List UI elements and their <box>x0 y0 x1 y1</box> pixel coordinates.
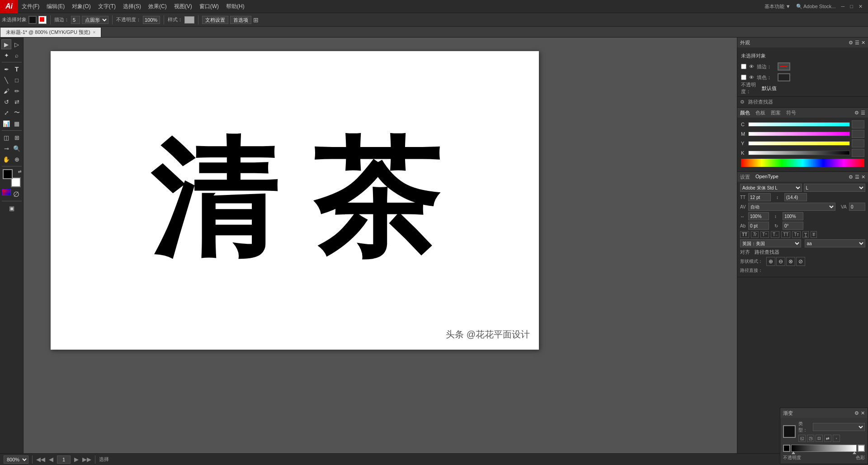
select-tool[interactable]: ▶ <box>1 39 11 49</box>
unite-btn[interactable]: ⊕ <box>766 257 775 266</box>
color-tab-color[interactable]: 颜色 <box>740 109 750 116</box>
menu-edit[interactable]: 编辑(E) <box>43 0 68 13</box>
c-input[interactable] <box>852 120 864 128</box>
pen-tool[interactable]: ✒ <box>1 64 11 74</box>
c-slider[interactable] <box>748 122 850 127</box>
swap-colors-btn[interactable]: ⇄ <box>18 169 22 174</box>
bar-chart-tool[interactable]: ▦ <box>12 119 22 128</box>
intersect-btn[interactable]: ⊗ <box>786 257 795 266</box>
tracking-input[interactable] <box>849 203 865 211</box>
grad-stop-right[interactable] <box>858 445 865 452</box>
zoom-select[interactable]: 800% <box>4 456 28 464</box>
grad-btn-3[interactable]: ⊡ <box>816 435 823 442</box>
m-slider[interactable] <box>748 132 850 136</box>
rotate-tool[interactable]: ↺ <box>1 97 11 107</box>
k-input[interactable] <box>852 149 864 157</box>
exclude-btn[interactable]: ⊘ <box>796 257 805 266</box>
char-menu-icon[interactable]: ☰ <box>855 174 859 180</box>
y-input[interactable] <box>852 139 864 147</box>
lasso-tool[interactable]: ⌕ <box>12 50 22 60</box>
grad-stop-left[interactable] <box>783 445 790 452</box>
opacity-input[interactable] <box>143 16 160 24</box>
grad-angle-btn[interactable]: ◦ <box>833 435 840 442</box>
gradient-type-select[interactable] <box>813 423 865 431</box>
fg-color-box[interactable] <box>3 169 13 179</box>
baseline-input[interactable] <box>748 222 769 230</box>
maximize-btn[interactable]: □ <box>848 3 855 10</box>
color-settings-icon[interactable]: ⚙ <box>854 110 859 116</box>
grad-btn-1[interactable]: ◱ <box>798 435 806 442</box>
strikethrough-btn[interactable]: T̶ <box>811 231 817 238</box>
settings-icon[interactable]: ⚙ <box>740 99 745 105</box>
aa-select[interactable]: aa <box>805 239 866 247</box>
fill-visible-checkbox[interactable] <box>741 75 746 80</box>
search-btn[interactable]: 🔍 Adobe Stock... <box>794 3 838 10</box>
k-slider[interactable] <box>748 151 850 155</box>
gradient-preview-swatch[interactable] <box>783 425 796 438</box>
leading-input[interactable] <box>784 193 807 201</box>
prev-page-btn[interactable]: ◀◀ <box>36 456 45 463</box>
none-btn[interactable]: ∅ <box>11 189 21 199</box>
italic-btn[interactable]: Tr <box>751 231 759 238</box>
grad-stop-marker-r[interactable] <box>853 451 856 454</box>
warp-tool[interactable]: 〜 <box>12 108 22 118</box>
appearance-settings-icon[interactable]: ⚙ <box>849 40 853 46</box>
graph-tool[interactable]: 📊 <box>1 119 11 128</box>
eyedropper-tool[interactable]: ⊸ <box>1 143 11 153</box>
gradient-bar[interactable] <box>791 445 857 452</box>
style-swatch[interactable] <box>184 16 194 24</box>
color-spectrum-bar[interactable] <box>741 159 864 167</box>
color-tab-swatches[interactable]: 色板 <box>755 109 765 116</box>
document-tab[interactable]: 未标题-1* @ 800% (CMYK/GPU 预览) × <box>0 27 101 37</box>
vscale-input[interactable] <box>783 212 803 220</box>
gradient-tool[interactable]: ◫ <box>1 133 11 142</box>
rotation-input[interactable] <box>783 222 803 230</box>
tab-close-btn[interactable]: × <box>93 30 96 35</box>
direct-select-tool[interactable]: ▷ <box>12 39 22 49</box>
mesh-tool[interactable]: ⊞ <box>12 133 22 142</box>
menu-file[interactable]: 文件(F) <box>18 0 43 13</box>
char-tab-settings[interactable]: 设置 <box>740 174 750 180</box>
doc-settings-btn[interactable]: 文档设置 <box>202 16 228 24</box>
menu-select[interactable]: 选择(S) <box>119 0 145 13</box>
grad-reverse-btn[interactable]: ⇄ <box>824 435 831 442</box>
appearance-panel-header[interactable]: 外观 ⚙ ☰ ✕ <box>737 38 868 47</box>
zoom2-tool[interactable]: ⊕ <box>12 154 22 164</box>
menu-window[interactable]: 窗口(W) <box>196 0 222 13</box>
page-input[interactable] <box>57 456 71 464</box>
superscript-btn[interactable]: T⁺ <box>760 231 769 238</box>
rect-tool[interactable]: □ <box>12 75 22 85</box>
reflect-tool[interactable]: ⇄ <box>12 97 22 107</box>
color-mode-btn[interactable] <box>2 189 11 195</box>
underline-btn[interactable]: T̲ <box>802 231 809 238</box>
preferences-btn[interactable]: 首选项 <box>230 16 251 24</box>
hscale-input[interactable] <box>748 212 769 220</box>
next-btn[interactable]: ▶ <box>74 456 79 463</box>
stroke-color-preview[interactable] <box>778 62 790 71</box>
m-input[interactable] <box>852 130 864 138</box>
bold-btn[interactable]: TT <box>740 231 749 238</box>
scale-tool[interactable]: ⤢ <box>1 108 11 118</box>
character-panel-header[interactable]: 设置 OpenType ⚙ ☰ ✕ <box>737 172 868 182</box>
allcaps-btn[interactable]: TT <box>781 231 790 238</box>
zoom-tool[interactable]: 🔍 <box>12 143 22 153</box>
stroke-width-input[interactable] <box>71 16 80 24</box>
appearance-menu-icon[interactable]: ☰ <box>855 40 859 46</box>
color-tab-pattern[interactable]: 图案 <box>771 109 781 116</box>
gradient-settings-icon[interactable]: ⚙ <box>854 410 859 416</box>
menu-type[interactable]: 文字(T) <box>94 0 119 13</box>
stroke-color-swatch[interactable] <box>28 16 37 24</box>
fill-color-swatch[interactable] <box>38 16 47 24</box>
stroke-visible-checkbox[interactable] <box>741 64 746 69</box>
close-btn[interactable]: ✕ <box>857 3 864 10</box>
brush-type-select[interactable]: 点圆形 <box>82 16 108 24</box>
menu-help[interactable]: 帮助(H) <box>222 0 248 13</box>
arrange-icon[interactable]: ⊞ <box>253 16 259 24</box>
menu-object[interactable]: 对象(O) <box>68 0 94 13</box>
y-slider[interactable] <box>748 141 850 146</box>
font-select[interactable]: Adobe 宋体 Std L <box>740 184 802 192</box>
type-tool[interactable]: T <box>12 64 22 74</box>
menu-view[interactable]: 视图(V) <box>170 0 196 13</box>
color-tab-symbol[interactable]: 符号 <box>786 109 796 116</box>
char-settings-icon[interactable]: ⚙ <box>849 174 853 180</box>
